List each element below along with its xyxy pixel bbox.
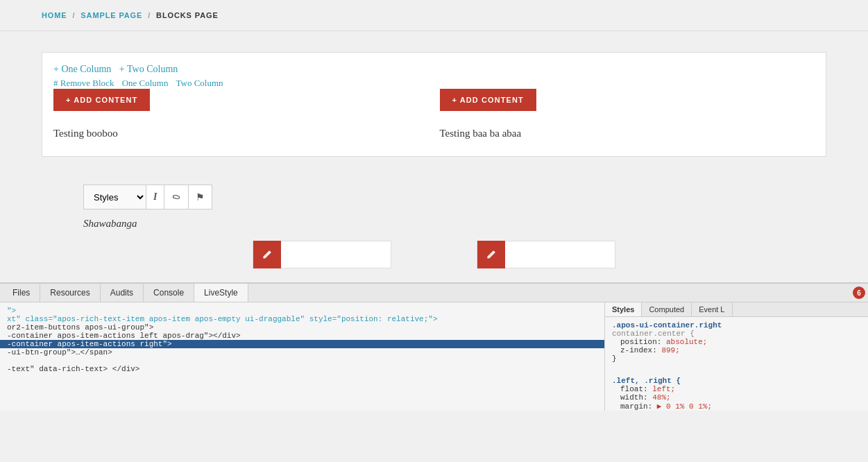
html-line-1: ">	[7, 307, 597, 315]
css-block-2: .left, .right { float: left; width: 48%;…	[612, 377, 861, 411]
remove-block-link[interactable]: Remove Block	[60, 78, 114, 88]
devtools-styles-tab-computed[interactable]: Computed	[642, 302, 692, 316]
breadcrumb: HOME / SAMPLE PAGE / BLOCKS PAGE	[42, 11, 826, 19]
editor-area: Styles I ⚑ Shawabanga	[42, 171, 826, 282]
main-area: + One Column + Two Column # Remove Block…	[0, 31, 868, 282]
two-column-link[interactable]: Two Column	[176, 78, 223, 88]
inline-edit-box-2	[477, 241, 615, 268]
devtools-close: 6	[853, 286, 865, 299]
inline-edit-row	[83, 241, 785, 268]
col2-text: Testing baa ba abaa	[440, 122, 815, 145]
devtools-styles-tab-styles[interactable]: Styles	[605, 302, 642, 316]
column-2: + ADD CONTENT Testing baa ba abaa	[440, 89, 815, 145]
devtools-tab-console[interactable]: Console	[144, 284, 194, 302]
block-toolbar-row2: # Remove Block One Column Two Column	[53, 78, 815, 89]
devtools-body: "> xt" class="apos-rich-text-item apos-i…	[0, 302, 868, 411]
devtools-tab-files[interactable]: Files	[3, 284, 40, 302]
flag-button[interactable]: ⚑	[189, 185, 212, 209]
add-content-btn-col2[interactable]: + ADD CONTENT	[440, 89, 536, 111]
italic-button[interactable]: I	[146, 185, 164, 209]
plus-two-column-link[interactable]: + Two Column	[119, 64, 178, 74]
editor-toolbar: Styles I ⚑	[83, 185, 212, 209]
one-column-link[interactable]: One Column	[122, 78, 169, 88]
add-content-btn-col1[interactable]: + ADD CONTENT	[53, 89, 150, 111]
html-line-extra: -text" data-rich-text> </div>	[7, 365, 597, 373]
column-1: + ADD CONTENT Testing booboo	[53, 89, 429, 145]
html-line-6: -ui-btn-group">…</span>	[7, 348, 597, 357]
html-line-4: -container apos-item-actions left apos-d…	[7, 332, 597, 340]
two-column-layout: + ADD CONTENT Testing booboo + ADD CONTE…	[53, 89, 815, 145]
devtools-html-panel: "> xt" class="apos-rich-text-item apos-i…	[0, 302, 604, 411]
hash-symbol: #	[53, 78, 58, 88]
link-button[interactable]	[164, 185, 189, 209]
inline-edit-box-1	[253, 241, 391, 268]
breadcrumb-sep1: /	[72, 11, 75, 19]
breadcrumb-blocks-page: BLOCKS PAGE	[156, 11, 219, 19]
breadcrumb-sample-page[interactable]: SAMPLE PAGE	[80, 11, 142, 19]
devtools-panel: Files Resources Audits Console LiveStyle…	[0, 282, 868, 411]
devtools-tab-audits[interactable]: Audits	[101, 284, 144, 302]
block-container: + One Column + Two Column # Remove Block…	[42, 52, 826, 157]
html-line-2: xt" class="apos-rich-text-item apos-item…	[7, 315, 597, 323]
breadcrumb-home[interactable]: HOME	[42, 11, 67, 19]
devtools-styles-content: .apos-ui-container.right container.cente…	[605, 317, 868, 411]
devtools-styles-tab-event[interactable]: Event L	[692, 302, 732, 316]
devtools-styles-panel: Styles Computed Event L .apos-ui-contain…	[604, 302, 868, 411]
css-block-1: .apos-ui-container.right container.cente…	[612, 321, 861, 363]
breadcrumb-bar: HOME / SAMPLE PAGE / BLOCKS PAGE	[0, 0, 868, 31]
pencil-btn-1[interactable]	[253, 241, 281, 268]
style-select[interactable]: Styles	[84, 185, 146, 209]
plus-one-column-link[interactable]: + One Column	[53, 64, 111, 74]
devtools-styles-tabs: Styles Computed Event L	[605, 302, 868, 317]
html-line-3: or2-item-buttons apos-ui-group">	[7, 323, 597, 332]
devtools-tab-livestyle[interactable]: LiveStyle	[194, 284, 248, 302]
devtools-tab-resources[interactable]: Resources	[40, 284, 100, 302]
pencil-btn-2[interactable]	[477, 241, 505, 268]
editor-content[interactable]: Shawabanga	[83, 218, 785, 230]
col1-text: Testing booboo	[53, 122, 429, 145]
close-count-badge[interactable]: 6	[853, 286, 865, 299]
devtools-tabs: Files Resources Audits Console LiveStyle…	[0, 284, 868, 302]
breadcrumb-sep2: /	[148, 11, 151, 19]
block-toolbar-row1: + One Column + Two Column	[53, 64, 815, 75]
html-line-5-highlighted[interactable]: -container apos-item-actions right">	[0, 340, 604, 348]
